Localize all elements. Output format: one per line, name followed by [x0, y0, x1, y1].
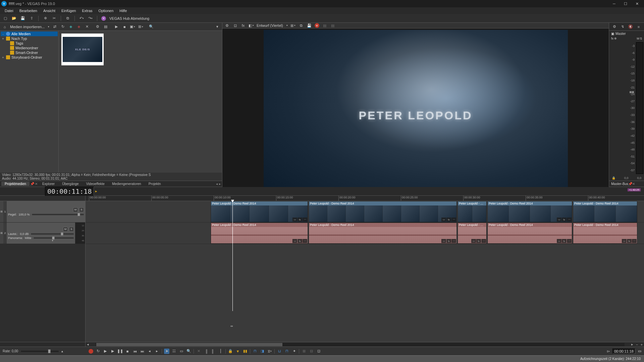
dropdown-icon[interactable]: ▾ — [48, 25, 49, 28]
timecode-display[interactable]: 00:00:11:18 — [45, 187, 94, 196]
stop-button[interactable]: ■ — [125, 349, 130, 354]
clip-more-icon[interactable]: ⋯ — [451, 218, 456, 222]
scroll-track[interactable] — [96, 343, 625, 346]
menu-bearbeiten[interactable]: Bearbeiten — [17, 8, 40, 13]
snapshot-save-icon[interactable]: 💾 — [307, 23, 312, 28]
lock-icon[interactable]: 🔒 — [228, 349, 233, 354]
video-clip[interactable]: Peter Leopold - Demo Reel 2014▭fx⋯ — [487, 201, 572, 222]
audio-clip[interactable]: Peter Leopold - Demo Reel 2014▭fx⋯ — [487, 223, 572, 244]
close-button[interactable]: ✕ — [631, 0, 643, 7]
expand-icon[interactable]: - — [1, 32, 5, 36]
master-fx-button[interactable]: fx — [611, 37, 613, 40]
ruler-tick[interactable]: 00:00:10:00 — [214, 196, 231, 201]
properties-icon[interactable]: ✲ — [43, 16, 48, 21]
loop-button[interactable]: ↻ — [95, 349, 101, 354]
preview-quality-label[interactable]: Entwurf (Viertel) — [257, 23, 283, 27]
snap-icon[interactable]: ⊓ — [252, 349, 258, 354]
tree-item[interactable]: +Storyboard-Ordner — [1, 55, 58, 60]
playhead-handle[interactable]: ⇔ — [230, 324, 233, 328]
clip-fx-icon[interactable]: fx — [627, 239, 632, 243]
tab-projektmedien[interactable]: Projektmedien — [1, 182, 30, 186]
meter-dim-icon[interactable]: ↯ — [620, 24, 625, 29]
view-icon[interactable]: ⊞▾ — [138, 24, 143, 29]
playhead[interactable]: ⇔ — [232, 201, 233, 311]
menu-einfügen[interactable]: Einfügen — [59, 8, 78, 13]
menu-extras[interactable]: Extras — [79, 8, 95, 13]
close-tab-icon[interactable]: ✕ — [632, 182, 636, 186]
clip-more-icon[interactable]: ⋯ — [481, 239, 486, 243]
track-grip[interactable]: ≡ — [0, 201, 3, 222]
play-button[interactable]: ▶ — [110, 349, 115, 354]
close-tab-icon[interactable]: ✕ — [35, 182, 38, 186]
zoom-in-button[interactable]: + — [639, 342, 644, 347]
media-grid[interactable]: XLE DE/S — [59, 31, 222, 173]
mute-button[interactable]: M — [63, 227, 68, 232]
rate-slider[interactable] — [21, 351, 59, 352]
preview-viewport[interactable]: PETER LEOPOLD — [222, 28, 609, 202]
clip-more-icon[interactable]: ⋯ — [451, 239, 456, 243]
clip-crop-icon[interactable]: ▭ — [557, 218, 561, 222]
scope2-icon[interactable]: ▤ — [330, 23, 335, 28]
expand-icon[interactable]: + — [1, 37, 5, 41]
audio-clip[interactable]: Peter Leopold - Dem▭fx⋯ — [458, 223, 487, 244]
scroll-right-button[interactable]: ▸ — [630, 342, 635, 347]
marker-icon[interactable]: ▼ — [235, 349, 240, 354]
solo-button[interactable]: S — [69, 227, 74, 232]
master-out-icon[interactable]: ▣ — [611, 32, 614, 36]
ruler-tick[interactable]: 00:00:25:00 — [401, 196, 418, 201]
mute-button[interactable]: M — [73, 207, 78, 212]
autoripple-icon[interactable]: ◨ — [260, 349, 265, 354]
audio-clip[interactable]: Peter Leopold - Demo Reel 2014▭fx⋯ — [573, 223, 637, 244]
clip-more-icon[interactable]: ⋯ — [303, 218, 307, 222]
trim-end-icon[interactable]: ▌ — [211, 349, 216, 354]
pin-icon[interactable]: 📌 — [30, 182, 34, 186]
clip-fx-icon[interactable]: fx — [562, 239, 567, 243]
preview-ext-icon[interactable]: ⊡ — [232, 23, 238, 28]
stop-icon[interactable]: ■ — [122, 24, 127, 29]
gear-icon[interactable]: ⚙ — [95, 24, 100, 29]
audio-clip[interactable]: Peter Leopold - Demo Reel 2014▭fx⋯ — [309, 223, 457, 244]
clip-fx-icon[interactable]: fx — [476, 239, 481, 243]
rate-slider-thumb[interactable] — [48, 349, 51, 353]
video-clip[interactable]: Peter Leopold - Demo Reel 2014▭fx⋯ — [309, 201, 457, 222]
go-end-button[interactable]: ⏭ — [140, 349, 145, 354]
ruler-tick[interactable]: 00:00:40:00 — [588, 196, 605, 201]
snapshot-copy-icon[interactable]: ⧉ — [299, 23, 304, 28]
ruler-tick[interactable]: 00:00:15:00 — [276, 196, 293, 201]
tool-b-icon[interactable]: ⊟ — [309, 349, 314, 354]
hub-badge-icon[interactable]: V — [101, 16, 106, 21]
go-start-button[interactable]: ⏮ — [132, 349, 138, 354]
arrows-icon[interactable]: ⇄ — [52, 24, 57, 29]
trim-start-icon[interactable]: ▐ — [203, 349, 209, 354]
preview-split-icon[interactable]: ◧▾ — [249, 23, 254, 28]
pin-icon[interactable]: 📌 — [628, 182, 632, 186]
menu-hilfe[interactable]: Hilfe — [117, 8, 129, 13]
clip-fx-icon[interactable]: fx — [298, 239, 302, 243]
clip-more-icon[interactable]: ⋯ — [632, 239, 637, 243]
play-start-button[interactable]: ▶ — [103, 349, 108, 354]
slider-thumb[interactable] — [77, 213, 80, 216]
ruler-tick[interactable]: 00:00:05:00 — [151, 196, 168, 201]
prev-frame-button[interactable]: ◂ — [147, 349, 152, 354]
time-ruler[interactable]: 00:00:00:0000:00:05:0000:00:10:0000:00:1… — [86, 196, 644, 201]
slider-thumb[interactable] — [61, 232, 63, 236]
ruler-tick[interactable]: 00:00:00:00 — [89, 196, 106, 201]
clip-more-icon[interactable]: ⋯ — [567, 218, 572, 222]
tree-item[interactable]: Smart-Ordner — [1, 50, 58, 55]
track-area[interactable]: 00:00:00:0000:00:05:0000:00:10:0000:00:1… — [86, 196, 644, 342]
tab-videoeffekte[interactable]: Videoeffekte — [83, 182, 108, 186]
clip-more-icon[interactable]: ⋯ — [567, 239, 572, 243]
play-icon[interactable]: ▶ — [114, 24, 119, 29]
tab-explorer[interactable]: Explorer — [39, 182, 58, 186]
menu-ansicht[interactable]: Ansicht — [41, 8, 58, 13]
track-lane-audio[interactable]: Peter Leopold - Demo Reel 2014▭fx⋯Peter … — [86, 223, 644, 244]
del-icon[interactable]: ✕ — [196, 349, 201, 354]
video-clip[interactable]: Peter Leopold - Dem — [458, 201, 487, 222]
meter-gear-icon[interactable]: ⚙ — [612, 24, 617, 29]
render-icon[interactable]: ⇪ — [29, 16, 34, 21]
video-clip[interactable]: Peter Leopold - Demo Reel 2014 — [573, 201, 637, 222]
save-icon[interactable]: 💾 — [20, 16, 25, 21]
clip-crop-icon[interactable]: ▭ — [441, 218, 446, 222]
clip-fx-icon[interactable]: fx — [298, 218, 302, 222]
record-indicator-icon[interactable]: V — [315, 23, 319, 28]
